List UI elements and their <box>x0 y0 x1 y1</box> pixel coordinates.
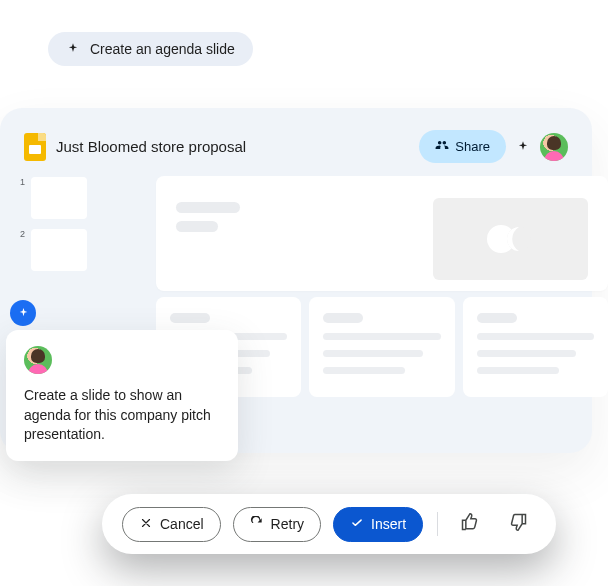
check-icon <box>350 516 364 533</box>
divider <box>437 512 438 536</box>
thumbs-down-icon <box>508 512 528 536</box>
slide-thumbnail[interactable] <box>31 229 87 271</box>
cancel-label: Cancel <box>160 516 204 532</box>
cancel-button[interactable]: Cancel <box>122 507 221 542</box>
thumbs-down-button[interactable] <box>500 506 536 542</box>
share-button[interactable]: Share <box>419 130 506 163</box>
document-title[interactable]: Just Bloomed store proposal <box>56 138 409 155</box>
user-avatar <box>24 346 52 374</box>
thumbnail-number: 2 <box>20 229 25 239</box>
slides-logo-icon <box>24 133 46 161</box>
content-card <box>309 297 454 397</box>
image-placeholder <box>433 198 588 280</box>
ai-badge-icon[interactable] <box>10 300 36 326</box>
insert-button[interactable]: Insert <box>333 507 423 542</box>
sparkle-icon <box>66 42 80 56</box>
slide-thumbnail[interactable] <box>31 177 87 219</box>
refresh-icon <box>250 516 264 533</box>
app-header: Just Bloomed store proposal Share <box>20 126 572 177</box>
suggestion-label: Create an agenda slide <box>90 41 235 57</box>
suggestion-chip[interactable]: Create an agenda slide <box>48 32 253 66</box>
prompt-text: Create a slide to show an agenda for thi… <box>24 386 220 445</box>
ai-sparkle-icon[interactable] <box>516 140 530 154</box>
thumbs-up-button[interactable] <box>452 506 488 542</box>
title-placeholder <box>176 202 240 269</box>
people-icon <box>435 138 449 155</box>
generated-slide[interactable] <box>156 176 608 291</box>
thumbs-up-icon <box>460 512 480 536</box>
insert-label: Insert <box>371 516 406 532</box>
content-card <box>463 297 608 397</box>
thumbnail-number: 1 <box>20 177 25 187</box>
action-bar: Cancel Retry Insert <box>102 494 556 554</box>
close-icon <box>139 516 153 533</box>
retry-label: Retry <box>271 516 304 532</box>
user-avatar[interactable] <box>540 133 568 161</box>
retry-button[interactable]: Retry <box>233 507 321 542</box>
thumbnail-rail: 1 2 <box>20 177 90 271</box>
prompt-panel: Create a slide to show an agenda for thi… <box>6 330 238 461</box>
share-label: Share <box>455 139 490 154</box>
